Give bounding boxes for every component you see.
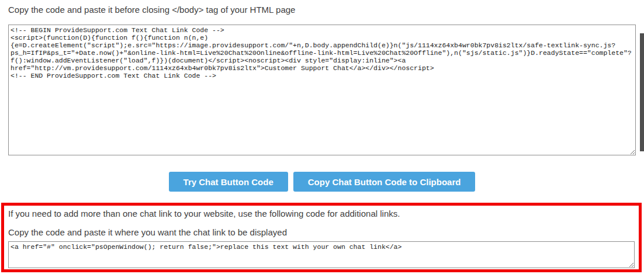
page-scrollbar-thumb[interactable] [640, 33, 644, 151]
paste-location-instruction: Copy the code and paste it where you wan… [8, 227, 287, 238]
main-instruction: Copy the code and paste it before closin… [8, 5, 295, 15]
copy-chat-button-code-to-clipboard-button[interactable]: Copy Chat Button Code to Clipboard [293, 172, 476, 192]
try-chat-button-code-button[interactable]: Try Chat Button Code [169, 172, 288, 192]
chat-link-code-textarea[interactable] [8, 25, 636, 155]
button-row: Try Chat Button Code Copy Chat Button Co… [0, 172, 644, 192]
additional-links-section: If you need to add more than one chat li… [1, 203, 642, 272]
additional-links-instruction: If you need to add more than one chat li… [8, 209, 400, 219]
additional-chat-link-code-textarea[interactable] [8, 241, 635, 268]
